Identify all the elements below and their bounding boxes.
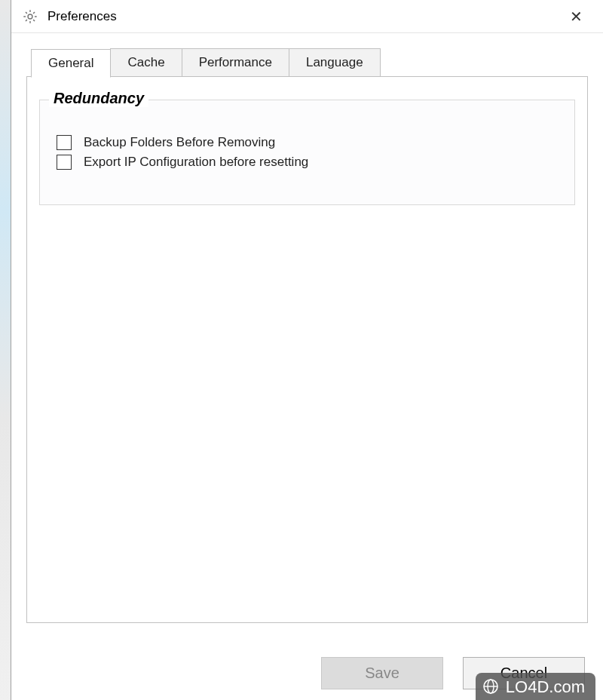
- checkbox-label: Export IP Configuration before resetting: [84, 155, 308, 170]
- tab-strip: General Cache Performance Language: [31, 48, 588, 76]
- tab-cache[interactable]: Cache: [110, 48, 182, 76]
- tab-general[interactable]: General: [31, 49, 111, 78]
- tab-label: General: [48, 56, 93, 70]
- titlebar: Preferences ✕: [11, 0, 603, 33]
- tab-language[interactable]: Language: [289, 48, 381, 76]
- globe-icon: [482, 677, 500, 695]
- group-title: Redundancy: [49, 90, 148, 107]
- tab-label: Performance: [199, 55, 272, 69]
- watermark: LO4D.com: [476, 673, 595, 700]
- checkbox-backup-folders[interactable]: Backup Folders Before Removing: [57, 135, 559, 150]
- tab-performance[interactable]: Performance: [182, 48, 289, 76]
- gear-icon: [22, 8, 38, 25]
- checkbox-box[interactable]: [57, 135, 72, 150]
- tab-panel-general: Redundancy Backup Folders Before Removin…: [26, 76, 588, 623]
- save-button: Save: [321, 657, 443, 689]
- checkbox-export-ip[interactable]: Export IP Configuration before resetting: [57, 155, 559, 170]
- content-area: General Cache Performance Language Redun…: [11, 33, 603, 700]
- watermark-text: LO4D.com: [506, 677, 585, 697]
- group-redundancy: Redundancy Backup Folders Before Removin…: [39, 100, 575, 205]
- svg-point-0: [28, 14, 32, 19]
- button-label: Save: [365, 665, 399, 681]
- tab-label: Language: [306, 55, 363, 69]
- checkbox-label: Backup Folders Before Removing: [84, 135, 275, 150]
- tab-label: Cache: [127, 55, 164, 69]
- preferences-window: Preferences ✕ General Cache Performance …: [11, 0, 603, 700]
- window-title: Preferences: [47, 9, 559, 24]
- checkbox-box[interactable]: [57, 155, 72, 170]
- close-button[interactable]: ✕: [559, 8, 592, 26]
